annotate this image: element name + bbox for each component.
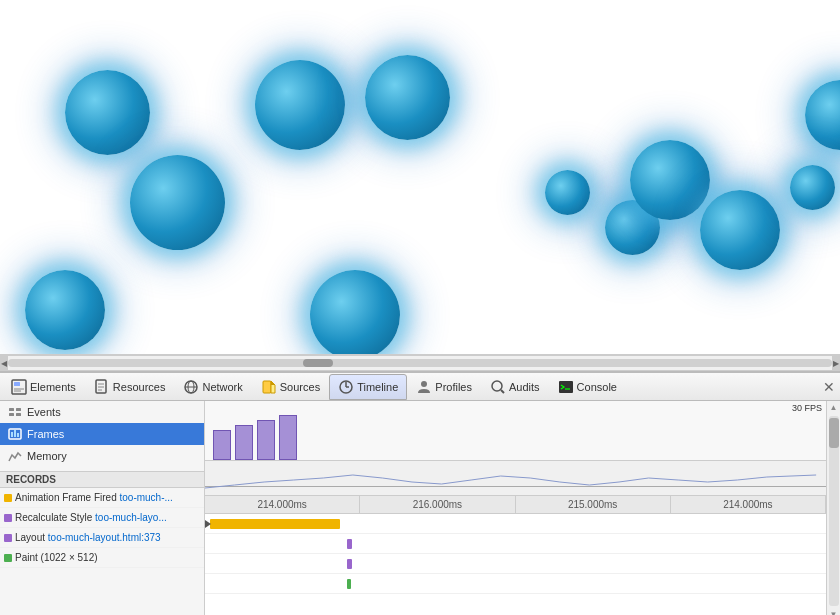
bubble-9 bbox=[630, 140, 710, 220]
sidebar-item-frames[interactable]: Frames bbox=[0, 423, 204, 445]
browser-viewport bbox=[0, 0, 840, 355]
svg-rect-29 bbox=[17, 433, 19, 437]
tab-resources-label: Resources bbox=[113, 381, 166, 393]
bubble-6 bbox=[310, 270, 400, 355]
bubble-11 bbox=[805, 80, 840, 150]
svg-rect-24 bbox=[16, 408, 21, 411]
tab-network-label: Network bbox=[202, 381, 242, 393]
svg-rect-22 bbox=[9, 408, 14, 411]
svg-rect-1 bbox=[14, 382, 20, 386]
timeline-bar-1 bbox=[347, 539, 352, 549]
sidebar-item-memory[interactable]: Memory bbox=[0, 445, 204, 467]
scroll-thumb[interactable] bbox=[303, 359, 333, 367]
record-row-1: Recalculate Style too-much-layo... bbox=[0, 508, 204, 528]
sidebar-events-label: Events bbox=[27, 406, 61, 418]
frame-bar-3 bbox=[279, 415, 297, 460]
frames-area[interactable]: 30 FPS bbox=[205, 401, 826, 461]
bubble-4 bbox=[255, 60, 345, 150]
records-timeline bbox=[205, 514, 826, 615]
tab-profiles-label: Profiles bbox=[435, 381, 472, 393]
svg-line-19 bbox=[501, 390, 504, 393]
records-header: RECORDS bbox=[0, 472, 204, 488]
sources-icon bbox=[261, 379, 277, 395]
timeline-bar-2 bbox=[347, 559, 352, 569]
svg-marker-13 bbox=[271, 381, 275, 385]
tab-console-label: Console bbox=[577, 381, 617, 393]
tcol-4: 214.000ms bbox=[671, 496, 826, 513]
tab-elements[interactable]: Elements bbox=[2, 374, 85, 400]
tcol-3: 215.000ms bbox=[516, 496, 671, 513]
events-sidebar-icon bbox=[8, 405, 22, 419]
devtools-body: Events Frames Memory RECORDS Animation F bbox=[0, 401, 840, 615]
record-row-0: Animation Frame Fired too-much-... bbox=[0, 488, 204, 508]
svg-rect-20 bbox=[559, 381, 573, 393]
network-icon bbox=[183, 379, 199, 395]
timeline-icon bbox=[338, 379, 354, 395]
record-row-2: Layout too-much-layout.html:373 bbox=[0, 528, 204, 548]
bubble-5 bbox=[365, 55, 450, 140]
timeline-row-0 bbox=[205, 514, 826, 534]
sidebar-frames-label: Frames bbox=[27, 428, 64, 440]
devtools-close-button[interactable]: ✕ bbox=[820, 378, 838, 396]
bubble-2 bbox=[130, 155, 225, 250]
console-icon bbox=[558, 379, 574, 395]
svg-rect-27 bbox=[11, 432, 13, 437]
audits-icon bbox=[490, 379, 506, 395]
fps-label: 30 FPS bbox=[792, 403, 822, 413]
memory-area bbox=[205, 461, 826, 496]
scroll-down-arrow[interactable]: ▼ bbox=[828, 608, 840, 615]
tab-network[interactable]: Network bbox=[174, 374, 251, 400]
svg-rect-23 bbox=[9, 413, 14, 416]
frame-bar-1 bbox=[235, 425, 253, 460]
tab-timeline[interactable]: Timeline bbox=[329, 374, 407, 400]
tcol-2: 216.000ms bbox=[360, 496, 515, 513]
tab-console[interactable]: Console bbox=[549, 374, 626, 400]
frame-bar-2 bbox=[257, 420, 275, 460]
tab-audits[interactable]: Audits bbox=[481, 374, 549, 400]
tab-elements-label: Elements bbox=[30, 381, 76, 393]
memory-sidebar-icon bbox=[8, 449, 22, 463]
sidebar-item-events[interactable]: Events bbox=[0, 401, 204, 423]
bubble-3 bbox=[25, 270, 105, 350]
timeline-bar-0 bbox=[210, 519, 340, 529]
scroll-track[interactable] bbox=[8, 359, 832, 367]
tab-audits-label: Audits bbox=[509, 381, 540, 393]
timeline-col-headers: 214.000ms 216.000ms 215.000ms 214.000ms bbox=[205, 496, 826, 514]
scroll-left-arrow[interactable]: ◀ bbox=[0, 355, 8, 371]
bubble-1 bbox=[65, 70, 150, 155]
scroll-thumb-vertical[interactable] bbox=[829, 418, 839, 448]
records-list: Animation Frame Fired too-much-...Recalc… bbox=[0, 488, 204, 568]
svg-rect-11 bbox=[263, 381, 271, 393]
tab-sources-label: Sources bbox=[280, 381, 320, 393]
svg-rect-28 bbox=[14, 430, 16, 437]
tcol-1: 214.000ms bbox=[205, 496, 360, 513]
bubble-12 bbox=[790, 165, 835, 210]
devtools-timeline-main: 30 FPS 214.000ms 216.000ms 215.000ms 214… bbox=[205, 401, 826, 615]
tab-sources[interactable]: Sources bbox=[252, 374, 329, 400]
svg-point-18 bbox=[492, 381, 502, 391]
timeline-bar-3 bbox=[347, 579, 351, 589]
scroll-up-arrow[interactable]: ▲ bbox=[828, 401, 840, 414]
svg-rect-25 bbox=[16, 413, 21, 416]
tab-profiles[interactable]: Profiles bbox=[407, 374, 481, 400]
timeline-row-1 bbox=[205, 534, 826, 554]
sidebar-memory-label: Memory bbox=[27, 450, 67, 462]
bubble-10 bbox=[700, 190, 780, 270]
tab-resources[interactable]: Resources bbox=[85, 374, 175, 400]
scroll-right-arrow[interactable]: ▶ bbox=[832, 355, 840, 371]
tab-timeline-label: Timeline bbox=[357, 381, 398, 393]
elements-icon bbox=[11, 379, 27, 395]
record-row-3: Paint (1022 × 512) bbox=[0, 548, 204, 568]
profiles-icon bbox=[416, 379, 432, 395]
frame-bar-0 bbox=[213, 430, 231, 460]
scroll-track-vertical[interactable] bbox=[829, 416, 839, 606]
devtools-panel: Elements Resources Network Sources Timel… bbox=[0, 371, 840, 615]
resources-icon bbox=[94, 379, 110, 395]
devtools-toolbar: Elements Resources Network Sources Timel… bbox=[0, 373, 840, 401]
devtools-sidebar: Events Frames Memory RECORDS Animation F bbox=[0, 401, 205, 615]
right-scrollbar[interactable]: ▲ ▼ bbox=[826, 401, 840, 615]
horizontal-scrollbar[interactable]: ◀ ▶ bbox=[0, 355, 840, 371]
timeline-row-3 bbox=[205, 574, 826, 594]
frames-sidebar-icon bbox=[8, 427, 22, 441]
timeline-row-2 bbox=[205, 554, 826, 574]
